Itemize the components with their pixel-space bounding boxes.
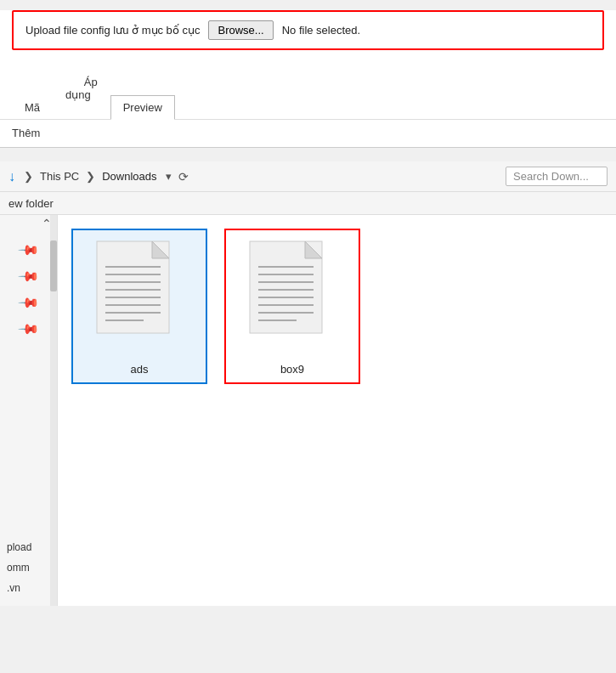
action-row: Thêm	[0, 120, 616, 147]
dialog-toolbar: ew folder	[0, 192, 616, 215]
breadcrumb-downloads[interactable]: Downloads	[102, 170, 156, 183]
file-icon-ads	[93, 237, 186, 356]
refresh-icon[interactable]: ⟳	[178, 170, 189, 184]
file-name-box9: box9	[280, 363, 304, 376]
dropdown-arrow-icon[interactable]: ▾	[166, 170, 172, 183]
nav-scrollbar-thumb[interactable]	[50, 240, 57, 291]
address-bar: ↓ ❯ This PC ❯ Downloads ▾ ⟳ Search Down.…	[0, 161, 616, 192]
file-dialog: ↓ ❯ This PC ❯ Downloads ▾ ⟳ Search Down.…	[0, 161, 616, 606]
nav-item-omm[interactable]: omm	[0, 558, 57, 577]
dialog-content: ⌃ 📌 📌 📌 📌 pload omm .vn	[0, 215, 616, 606]
breadcrumb-this-pc[interactable]: This PC	[40, 170, 79, 183]
new-folder-button[interactable]: ew folder	[8, 197, 54, 210]
pin-icon-4[interactable]: 📌	[12, 313, 45, 346]
add-button[interactable]: Thêm	[12, 127, 40, 139]
file-item-ads[interactable]: ads	[71, 229, 207, 384]
file-icon-box9	[246, 237, 339, 356]
nav-item-upload[interactable]: pload	[0, 538, 57, 557]
search-box[interactable]: Search Down...	[506, 167, 608, 186]
upload-bar: Upload file config lưu ở mục bố cục Brow…	[12, 10, 604, 50]
nav-panel: ⌃ 📌 📌 📌 📌 pload omm .vn	[0, 215, 58, 606]
files-area: ads	[58, 215, 616, 606]
separator	[0, 148, 616, 161]
browse-button[interactable]: Browse...	[208, 20, 273, 40]
tab-preview[interactable]: Preview	[110, 95, 175, 120]
nav-item-vn[interactable]: .vn	[0, 579, 57, 597]
file-item-box9[interactable]: box9	[224, 229, 360, 384]
upload-label: Upload file config lưu ở mục bố cục	[25, 24, 200, 37]
tabs-row: Mã Áp dụng Preview	[0, 57, 616, 120]
back-arrow-icon[interactable]: ↓	[8, 169, 15, 184]
tab-ap-dung[interactable]: Áp dụng	[53, 57, 110, 119]
nav-text-items: pload omm .vn	[0, 538, 57, 606]
file-name-ads: ads	[131, 363, 149, 376]
tab-ma[interactable]: Mã	[12, 95, 53, 119]
no-file-label: No file selected.	[282, 24, 361, 37]
web-app-ui: Upload file config lưu ở mục bố cục Brow…	[0, 10, 616, 148]
